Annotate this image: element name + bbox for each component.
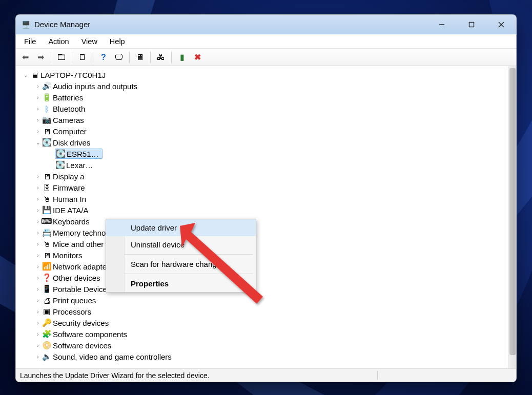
tree-category[interactable]: ›💾IDE ATA/A <box>19 204 507 216</box>
tree-category[interactable]: ›🖨Print queues <box>19 295 507 306</box>
category-icon: 🔑 <box>42 318 52 327</box>
toolbar-enable-button[interactable]: 🖧 <box>154 50 168 65</box>
close-icon <box>498 22 504 28</box>
tree-category[interactable]: ›📷Cameras <box>19 114 507 126</box>
help-icon: ? <box>101 53 106 62</box>
expand-toggle[interactable]: › <box>34 286 42 292</box>
expand-toggle[interactable]: ⌄ <box>34 140 42 145</box>
scrollbar-thumb[interactable] <box>509 68 516 355</box>
close-button[interactable] <box>486 15 516 34</box>
tree-category[interactable]: ›🧩Software components <box>19 328 507 340</box>
tree-category[interactable]: ›🗄Firmware <box>19 182 507 193</box>
expand-toggle[interactable]: › <box>34 309 42 315</box>
tree-category[interactable]: ⌄💽Disk drives <box>19 137 507 148</box>
tree-category[interactable]: ›🖥Computer <box>19 126 507 137</box>
category-icon: 🖨 <box>42 296 52 305</box>
expand-toggle[interactable]: › <box>34 95 42 100</box>
tree-category[interactable]: ›⌨Keyboards <box>19 216 507 227</box>
tree-category[interactable]: ›🔊Audio inputs and outputs <box>19 80 507 92</box>
tree-device[interactable]: 💽ESR51… <box>19 148 507 159</box>
expand-toggle[interactable]: › <box>34 117 42 123</box>
ctx-properties-label: Properties <box>131 279 169 288</box>
toolbar-uninstall-button[interactable]: ✖ <box>190 50 204 65</box>
expand-toggle[interactable]: › <box>34 196 42 202</box>
tree-category[interactable]: ›🖥Display a <box>19 171 507 182</box>
device-tree[interactable]: ⌄🖥LAPTOP-7TC0H1J›🔊Audio inputs and outpu… <box>16 66 508 368</box>
tree-category[interactable]: ›❓Other devices <box>19 272 507 283</box>
ctx-update-driver[interactable]: Update driver <box>106 219 256 236</box>
category-icon: 📱 <box>42 284 52 294</box>
minimize-button[interactable] <box>427 15 457 34</box>
tree-category[interactable]: ›ᛒBluetooth <box>19 103 507 114</box>
maximize-button[interactable] <box>457 15 486 34</box>
expand-toggle[interactable]: › <box>34 219 42 224</box>
expand-toggle[interactable]: › <box>34 84 42 89</box>
menu-file[interactable]: File <box>18 36 42 47</box>
tree-category[interactable]: ›🖥Monitors <box>19 250 507 261</box>
category-icon: ⌨ <box>42 217 52 226</box>
expand-toggle[interactable]: › <box>34 343 42 348</box>
minimize-icon <box>439 22 445 28</box>
tree-category[interactable]: ›🔋Batteries <box>19 92 507 103</box>
device-manager-window: 🖥️ Device Manager File Action View Help … <box>15 14 517 382</box>
disk-icon: 💽 <box>55 149 66 158</box>
menu-view[interactable]: View <box>75 36 104 47</box>
expand-toggle[interactable]: › <box>34 207 42 213</box>
expand-toggle[interactable]: ⌄ <box>22 72 29 78</box>
tree-root[interactable]: ⌄🖥LAPTOP-7TC0H1J <box>19 69 507 80</box>
expand-toggle[interactable]: › <box>34 331 42 337</box>
expand-toggle[interactable]: › <box>34 185 42 191</box>
expand-toggle[interactable]: › <box>34 174 42 179</box>
expand-toggle[interactable]: › <box>34 354 42 360</box>
toolbar-separator <box>93 52 93 63</box>
tree-category[interactable]: ›📶Network adapters <box>19 261 507 272</box>
toolbar-help-button[interactable]: ? <box>96 50 111 65</box>
toolbar-back-button[interactable]: ⬅ <box>18 50 32 65</box>
tree-node-label: Portable Devices <box>53 285 111 294</box>
tree-category[interactable]: ›📀Software devices <box>19 340 507 351</box>
titlebar[interactable]: 🖥️ Device Manager <box>16 15 516 34</box>
category-icon: 🖱 <box>42 195 52 203</box>
toolbar-show-hidden-button[interactable]: 🗔 <box>54 50 69 65</box>
expand-toggle[interactable]: › <box>34 275 42 281</box>
expand-toggle[interactable]: › <box>34 320 42 326</box>
expand-toggle[interactable]: › <box>34 264 42 269</box>
menu-help[interactable]: Help <box>104 36 131 47</box>
tree-category[interactable]: ›🔈Sound, video and game controllers <box>19 351 507 362</box>
expand-toggle[interactable]: › <box>34 253 42 258</box>
tree-device[interactable]: 💽Lexar… <box>19 159 507 171</box>
tree-category[interactable]: ›🔑Security devices <box>19 317 507 328</box>
tree-node-label: IDE ATA/A <box>53 206 88 215</box>
update-driver-icon: 🖵 <box>115 53 123 62</box>
category-icon: 📀 <box>42 341 52 350</box>
ctx-uninstall-device[interactable]: Uninstall device <box>106 236 256 253</box>
ctx-scan-hardware[interactable]: Scan for hardware changes <box>106 256 256 273</box>
category-icon: 🖥 <box>42 251 52 260</box>
toolbar-properties-button[interactable]: 🗒 <box>75 50 90 65</box>
tree-category[interactable]: ›📇Memory technology devices <box>19 227 507 238</box>
tree-category[interactable]: ›🖱Human In <box>19 193 507 204</box>
category-icon: 🧩 <box>42 329 52 339</box>
toolbar-update-driver-button[interactable]: 🖵 <box>112 50 126 65</box>
expand-toggle[interactable]: › <box>34 106 42 112</box>
tree-category[interactable]: ›▣Processors <box>19 306 507 317</box>
tree-category[interactable]: ›📱Portable Devices <box>19 283 507 295</box>
ctx-properties[interactable]: Properties <box>106 275 256 292</box>
tree-category[interactable]: ›🖱Mice and other pointing devices <box>19 238 507 250</box>
toolbar-forward-button[interactable]: ➡ <box>33 50 48 65</box>
toolbar-scan-button[interactable]: 🖥 <box>133 50 147 65</box>
context-menu: Update driver Uninstall device Scan for … <box>106 219 256 293</box>
enable-icon: 🖧 <box>157 53 165 62</box>
expand-toggle[interactable]: › <box>34 241 42 247</box>
expand-toggle[interactable]: › <box>34 230 42 236</box>
expand-toggle[interactable]: › <box>34 298 42 303</box>
window-title: Device Manager <box>34 20 90 29</box>
tree-node-label: Keyboards <box>53 217 90 226</box>
context-menu-separator <box>109 254 253 255</box>
svg-rect-1 <box>469 22 474 27</box>
menu-action[interactable]: Action <box>42 36 75 47</box>
vertical-scrollbar[interactable] <box>508 66 516 368</box>
toolbar-disable-button[interactable]: ▮ <box>175 50 189 65</box>
expand-toggle[interactable]: › <box>34 129 42 134</box>
tree-node-label: ESR51… <box>67 150 99 158</box>
